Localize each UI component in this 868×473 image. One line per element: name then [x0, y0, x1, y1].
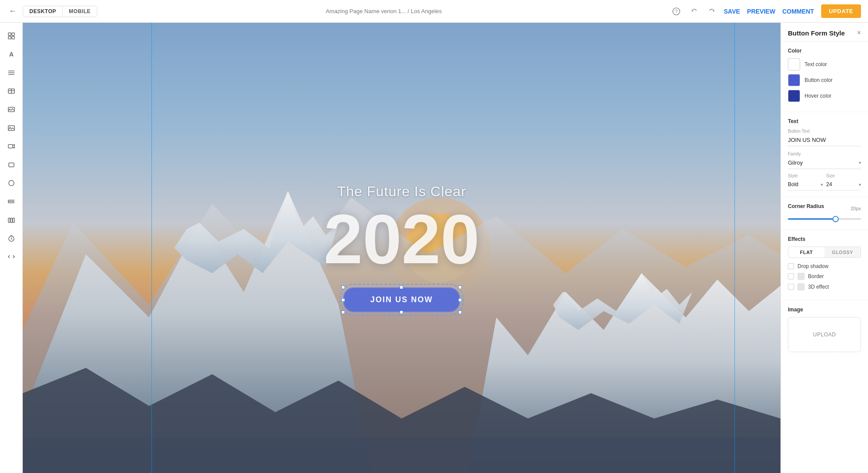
family-select[interactable]: Gilroy ▾: [788, 158, 861, 169]
cta-button[interactable]: JOIN US NOW: [343, 287, 460, 312]
left-sidebar: A: [0, 23, 23, 473]
3d-effect-checkbox[interactable]: [788, 284, 794, 290]
size-value: 24: [826, 181, 832, 187]
sidebar-icon-shape[interactable]: [4, 157, 19, 173]
svg-rect-23: [8, 218, 10, 222]
svg-rect-3: [12, 33, 14, 35]
slider-fill: [788, 218, 836, 220]
topbar-left: ← DESKTOP MOBILE: [7, 5, 97, 18]
button-color-swatch[interactable]: [788, 74, 800, 86]
drop-shadow-row: Drop shadow: [788, 263, 861, 269]
button-text-input[interactable]: [788, 135, 861, 146]
view-toggle: DESKTOP MOBILE: [23, 6, 97, 17]
image-section-label: Image: [788, 307, 861, 313]
effects-toggle: FLAT GLOSSY: [788, 247, 861, 258]
page-canvas: The Future Is Clear 2020 JOIN US NOW: [23, 23, 780, 473]
sidebar-icon-text[interactable]: A: [4, 46, 19, 62]
effects-section: Effects FLAT GLOSSY Drop shadow Border 3…: [781, 230, 868, 300]
glossy-effect-button[interactable]: GLOSSY: [825, 247, 861, 258]
hover-color-label: Hover color: [805, 93, 831, 99]
resize-handle-tm[interactable]: [400, 286, 403, 289]
resize-handle-bm[interactable]: [400, 311, 403, 314]
slider-thumb[interactable]: [833, 216, 839, 222]
panel-header: Button Form Style ×: [781, 23, 868, 42]
svg-rect-16: [8, 145, 13, 148]
sidebar-icon-columns[interactable]: [4, 212, 19, 228]
3d-swatch: [798, 283, 805, 290]
corner-radius-slider[interactable]: [788, 218, 861, 220]
sidebar-icon-circle[interactable]: [4, 175, 19, 191]
resize-handle-mr[interactable]: [458, 298, 462, 302]
color-section-label: Color: [788, 48, 861, 54]
resize-handle-bl[interactable]: [341, 311, 345, 314]
button-text-field-label: Button Text: [788, 129, 861, 134]
text-section: Text Button Text Family Gilroy ▾ Style B…: [781, 112, 868, 197]
flat-effect-button[interactable]: FLAT: [788, 247, 825, 258]
sidebar-icon-media[interactable]: [4, 102, 19, 117]
svg-rect-14: [8, 126, 14, 131]
resize-handle-ml[interactable]: [341, 298, 345, 302]
sidebar-icon-table[interactable]: [4, 83, 19, 99]
sidebar-icon-widget[interactable]: [4, 28, 19, 44]
drop-shadow-checkbox[interactable]: [788, 263, 794, 269]
button-color-row: Button color: [788, 74, 861, 86]
size-field-label: Size: [826, 173, 861, 178]
style-size-row: Style Bold ▾ Size 24 ▾: [788, 173, 861, 191]
chevron-down-icon: ▾: [859, 160, 861, 165]
resize-handle-tr[interactable]: [458, 286, 462, 289]
border-row: Border: [788, 273, 861, 280]
canvas-content: The Future Is Clear 2020 JOIN US NOW: [23, 23, 780, 473]
svg-text:?: ?: [675, 9, 677, 14]
3d-effect-label: 3D effect: [808, 284, 829, 290]
svg-rect-24: [11, 218, 12, 222]
style-value: Bold: [788, 181, 798, 187]
sidebar-icon-image[interactable]: [4, 120, 19, 136]
border-checkbox[interactable]: [788, 273, 794, 279]
text-color-swatch[interactable]: [788, 58, 800, 71]
resize-handle-br[interactable]: [458, 311, 462, 314]
panel-close-button[interactable]: ×: [857, 29, 861, 37]
sidebar-icon-lines[interactable]: [4, 65, 19, 81]
upload-label: UPLOAD: [813, 332, 836, 338]
family-field-label: Family: [788, 152, 861, 156]
svg-rect-17: [9, 163, 14, 167]
save-button[interactable]: SAVE: [724, 8, 740, 15]
panel-title: Button Form Style: [788, 29, 845, 37]
text-color-label: Text color: [805, 61, 827, 67]
mobile-view-button[interactable]: MOBILE: [63, 6, 97, 17]
radius-header: Corner Radius 20px: [788, 203, 861, 214]
corner-radius-label: Corner Radius: [788, 203, 824, 209]
drop-shadow-label: Drop shadow: [798, 263, 829, 269]
canvas-headline: The Future Is Clear: [337, 184, 466, 200]
cta-button-wrapper[interactable]: JOIN US NOW: [343, 287, 460, 312]
style-select[interactable]: Bold ▾: [788, 180, 823, 191]
desktop-view-button[interactable]: DESKTOP: [23, 6, 63, 17]
upload-area[interactable]: UPLOAD: [788, 317, 861, 352]
hover-color-swatch[interactable]: [788, 90, 800, 102]
sidebar-icon-video[interactable]: [4, 138, 19, 154]
preview-button[interactable]: PREVIEW: [747, 8, 776, 15]
style-field-group: Style Bold ▾: [788, 173, 823, 191]
sidebar-icon-grid[interactable]: [4, 194, 19, 209]
button-text-field-group: Button Text: [788, 129, 861, 146]
sidebar-icon-code[interactable]: [4, 249, 19, 265]
size-field-group: Size 24 ▾: [826, 173, 861, 191]
resize-handle-tl[interactable]: [341, 286, 345, 289]
comment-button[interactable]: COMMENT: [782, 8, 814, 15]
hover-color-row: Hover color: [788, 90, 861, 102]
back-button[interactable]: ←: [7, 5, 18, 18]
sidebar-icon-timer[interactable]: [4, 230, 19, 246]
family-value: Gilroy: [788, 159, 803, 166]
undo-button[interactable]: [689, 6, 699, 17]
canvas-area: The Future Is Clear 2020 JOIN US NOW: [23, 23, 780, 473]
svg-rect-25: [13, 218, 14, 222]
canvas-year: 2020: [324, 204, 480, 274]
redo-button[interactable]: [706, 6, 717, 17]
help-button[interactable]: ?: [671, 6, 682, 17]
main-layout: A: [0, 23, 868, 473]
border-label: Border: [808, 273, 824, 279]
size-select[interactable]: 24 ▾: [826, 180, 861, 191]
update-button[interactable]: UPDATE: [821, 4, 861, 18]
topbar: ← DESKTOP MOBILE Amazing Page Name verio…: [0, 0, 868, 23]
3d-effect-row: 3D effect: [788, 283, 861, 290]
